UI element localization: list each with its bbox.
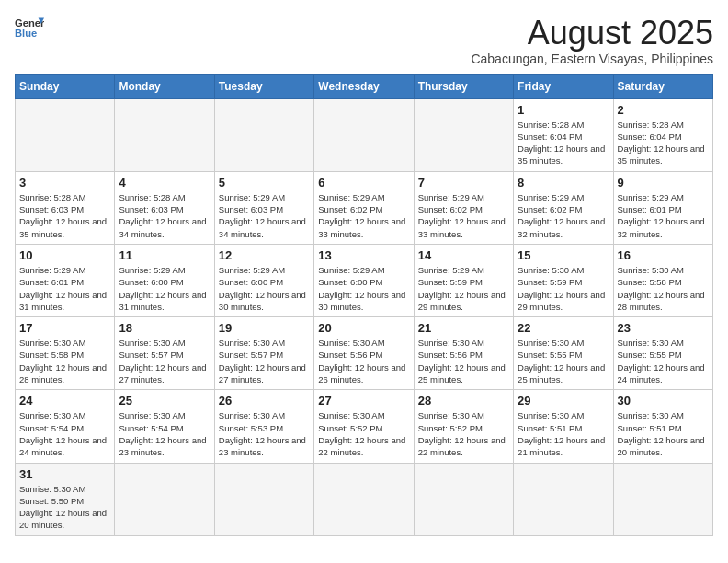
- calendar-cell: 23Sunrise: 5:30 AM Sunset: 5:55 PM Dayli…: [613, 317, 712, 390]
- calendar-cell: 22Sunrise: 5:30 AM Sunset: 5:55 PM Dayli…: [514, 317, 613, 390]
- day-number: 16: [618, 248, 709, 262]
- calendar-cell: 31Sunrise: 5:30 AM Sunset: 5:50 PM Dayli…: [16, 463, 115, 535]
- day-number: 14: [418, 248, 509, 262]
- day-info: Sunrise: 5:30 AM Sunset: 5:54 PM Dayligh…: [19, 409, 110, 458]
- calendar-cell: 29Sunrise: 5:30 AM Sunset: 5:51 PM Dayli…: [514, 390, 613, 463]
- day-number: 4: [119, 176, 210, 190]
- day-info: Sunrise: 5:30 AM Sunset: 5:52 PM Dayligh…: [418, 409, 509, 458]
- calendar-cell: [414, 98, 513, 171]
- day-number: 8: [518, 176, 609, 190]
- day-number: 1: [518, 103, 609, 117]
- calendar-cell: [613, 463, 712, 535]
- calendar-cell: 16Sunrise: 5:30 AM Sunset: 5:58 PM Dayli…: [613, 244, 712, 316]
- week-row-2: 3Sunrise: 5:28 AM Sunset: 6:03 PM Daylig…: [16, 171, 713, 244]
- calendar-cell: 28Sunrise: 5:30 AM Sunset: 5:52 PM Dayli…: [414, 390, 513, 463]
- header-friday: Friday: [514, 74, 613, 98]
- header-tuesday: Tuesday: [214, 74, 313, 98]
- calendar-cell: 27Sunrise: 5:30 AM Sunset: 5:52 PM Dayli…: [314, 390, 414, 463]
- day-number: 7: [418, 176, 509, 190]
- day-info: Sunrise: 5:28 AM Sunset: 6:04 PM Dayligh…: [518, 119, 609, 167]
- calendar-cell: [414, 463, 513, 535]
- day-info: Sunrise: 5:30 AM Sunset: 5:56 PM Dayligh…: [418, 337, 509, 385]
- week-row-1: 1Sunrise: 5:28 AM Sunset: 6:04 PM Daylig…: [16, 98, 713, 171]
- day-info: Sunrise: 5:28 AM Sunset: 6:03 PM Dayligh…: [119, 191, 210, 240]
- calendar-cell: [16, 98, 115, 171]
- calendar-cell: 4Sunrise: 5:28 AM Sunset: 6:03 PM Daylig…: [115, 171, 214, 244]
- day-number: 6: [318, 176, 409, 190]
- day-info: Sunrise: 5:30 AM Sunset: 5:57 PM Dayligh…: [219, 337, 310, 385]
- calendar-cell: 30Sunrise: 5:30 AM Sunset: 5:51 PM Dayli…: [613, 390, 712, 463]
- day-info: Sunrise: 5:28 AM Sunset: 6:03 PM Dayligh…: [19, 191, 110, 240]
- day-info: Sunrise: 5:30 AM Sunset: 5:54 PM Dayligh…: [119, 409, 210, 458]
- calendar-cell: 7Sunrise: 5:29 AM Sunset: 6:02 PM Daylig…: [414, 171, 513, 244]
- calendar-cell: 11Sunrise: 5:29 AM Sunset: 6:00 PM Dayli…: [115, 244, 214, 316]
- calendar-cell: 1Sunrise: 5:28 AM Sunset: 6:04 PM Daylig…: [514, 98, 613, 171]
- day-number: 17: [19, 321, 110, 335]
- day-number: 30: [618, 394, 709, 408]
- calendar-cell: [115, 463, 214, 535]
- day-info: Sunrise: 5:28 AM Sunset: 6:04 PM Dayligh…: [618, 119, 709, 167]
- day-info: Sunrise: 5:30 AM Sunset: 5:56 PM Dayligh…: [318, 337, 409, 385]
- day-number: 22: [518, 321, 609, 335]
- day-info: Sunrise: 5:30 AM Sunset: 5:55 PM Dayligh…: [518, 337, 609, 385]
- header-wednesday: Wednesday: [314, 74, 414, 98]
- day-info: Sunrise: 5:30 AM Sunset: 5:58 PM Dayligh…: [618, 264, 709, 313]
- day-info: Sunrise: 5:29 AM Sunset: 6:03 PM Dayligh…: [219, 191, 310, 240]
- day-info: Sunrise: 5:30 AM Sunset: 5:59 PM Dayligh…: [518, 264, 609, 313]
- day-number: 10: [19, 248, 110, 262]
- day-number: 28: [418, 394, 509, 408]
- day-info: Sunrise: 5:30 AM Sunset: 5:51 PM Dayligh…: [618, 409, 709, 458]
- day-number: 12: [219, 248, 310, 262]
- calendar-cell: 19Sunrise: 5:30 AM Sunset: 5:57 PM Dayli…: [214, 317, 313, 390]
- day-number: 21: [418, 321, 509, 335]
- calendar-cell: 10Sunrise: 5:29 AM Sunset: 6:01 PM Dayli…: [16, 244, 115, 316]
- day-info: Sunrise: 5:29 AM Sunset: 6:02 PM Dayligh…: [318, 191, 409, 240]
- day-number: 20: [318, 321, 409, 335]
- calendar-cell: [115, 98, 214, 171]
- logo: General Blue: [15, 15, 44, 40]
- calendar-cell: 2Sunrise: 5:28 AM Sunset: 6:04 PM Daylig…: [613, 98, 712, 171]
- header-sunday: Sunday: [16, 74, 115, 98]
- day-number: 2: [618, 103, 709, 117]
- days-header-row: SundayMondayTuesdayWednesdayThursdayFrid…: [16, 74, 713, 98]
- calendar-cell: 3Sunrise: 5:28 AM Sunset: 6:03 PM Daylig…: [16, 171, 115, 244]
- day-info: Sunrise: 5:30 AM Sunset: 5:50 PM Dayligh…: [19, 483, 110, 532]
- calendar-cell: 8Sunrise: 5:29 AM Sunset: 6:02 PM Daylig…: [514, 171, 613, 244]
- day-number: 11: [119, 248, 210, 262]
- day-info: Sunrise: 5:29 AM Sunset: 5:59 PM Dayligh…: [418, 264, 509, 313]
- day-number: 23: [618, 321, 709, 335]
- day-info: Sunrise: 5:30 AM Sunset: 5:55 PM Dayligh…: [618, 337, 709, 385]
- calendar-cell: 14Sunrise: 5:29 AM Sunset: 5:59 PM Dayli…: [414, 244, 513, 316]
- calendar-cell: 18Sunrise: 5:30 AM Sunset: 5:57 PM Dayli…: [115, 317, 214, 390]
- day-info: Sunrise: 5:30 AM Sunset: 5:51 PM Dayligh…: [518, 409, 609, 458]
- header-monday: Monday: [115, 74, 214, 98]
- day-number: 9: [618, 176, 709, 190]
- day-number: 15: [518, 248, 609, 262]
- day-number: 25: [119, 394, 210, 408]
- calendar-subtitle: Cabacungan, Eastern Visayas, Philippines: [471, 52, 713, 66]
- day-info: Sunrise: 5:30 AM Sunset: 5:52 PM Dayligh…: [318, 409, 409, 458]
- day-number: 29: [518, 394, 609, 408]
- calendar-cell: 20Sunrise: 5:30 AM Sunset: 5:56 PM Dayli…: [314, 317, 414, 390]
- calendar-cell: 21Sunrise: 5:30 AM Sunset: 5:56 PM Dayli…: [414, 317, 513, 390]
- calendar-cell: 13Sunrise: 5:29 AM Sunset: 6:00 PM Dayli…: [314, 244, 414, 316]
- day-info: Sunrise: 5:29 AM Sunset: 6:00 PM Dayligh…: [119, 264, 210, 313]
- calendar-table: SundayMondayTuesdayWednesdayThursdayFrid…: [15, 74, 713, 536]
- title-block: August 2025 Cabacungan, Eastern Visayas,…: [471, 15, 713, 66]
- week-row-4: 17Sunrise: 5:30 AM Sunset: 5:58 PM Dayli…: [16, 317, 713, 390]
- calendar-cell: 12Sunrise: 5:29 AM Sunset: 6:00 PM Dayli…: [214, 244, 313, 316]
- calendar-cell: 6Sunrise: 5:29 AM Sunset: 6:02 PM Daylig…: [314, 171, 414, 244]
- day-number: 3: [19, 176, 110, 190]
- calendar-cell: 5Sunrise: 5:29 AM Sunset: 6:03 PM Daylig…: [214, 171, 313, 244]
- header-saturday: Saturday: [613, 74, 712, 98]
- header-thursday: Thursday: [414, 74, 513, 98]
- week-row-3: 10Sunrise: 5:29 AM Sunset: 6:01 PM Dayli…: [16, 244, 713, 316]
- calendar-title: August 2025: [471, 15, 713, 52]
- week-row-6: 31Sunrise: 5:30 AM Sunset: 5:50 PM Dayli…: [16, 463, 713, 535]
- calendar-cell: [214, 463, 313, 535]
- calendar-cell: 9Sunrise: 5:29 AM Sunset: 6:01 PM Daylig…: [613, 171, 712, 244]
- day-number: 26: [219, 394, 310, 408]
- svg-text:Blue: Blue: [15, 28, 37, 39]
- calendar-cell: 17Sunrise: 5:30 AM Sunset: 5:58 PM Dayli…: [16, 317, 115, 390]
- day-info: Sunrise: 5:30 AM Sunset: 5:57 PM Dayligh…: [119, 337, 210, 385]
